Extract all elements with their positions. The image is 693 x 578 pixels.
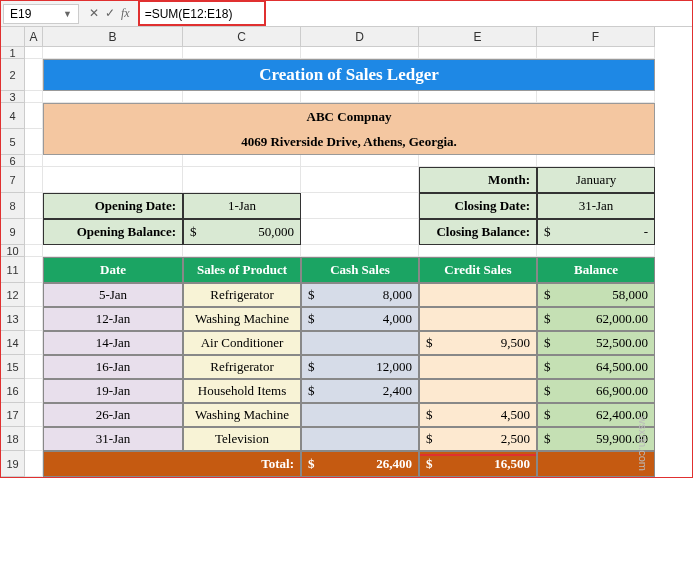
row-header[interactable]: 10 — [1, 245, 25, 257]
th-cash: Cash Sales — [301, 257, 419, 283]
closing-date-label: Closing Date: — [419, 193, 537, 219]
cell-cash[interactable]: $4,000 — [301, 307, 419, 331]
row-header[interactable]: 4 — [1, 103, 25, 129]
row-header[interactable]: 17 — [1, 403, 25, 427]
company-name: ABC Compnay — [43, 103, 655, 129]
col-header-C[interactable]: C — [183, 27, 301, 47]
opening-balance-label: Opening Balance: — [43, 219, 183, 245]
cell-cash[interactable]: $2,400 — [301, 379, 419, 403]
table-row: 12-Jan Washing Machine $4,000 $62,000.00 — [25, 307, 655, 331]
cell-product[interactable]: Air Conditioner — [183, 331, 301, 355]
table-row: 26-Jan Washing Machine $4,500 $62,400.00 — [25, 403, 655, 427]
row-header[interactable]: 5 — [1, 129, 25, 155]
row-header[interactable]: 7 — [1, 167, 25, 193]
closing-balance-value: $- — [537, 219, 655, 245]
formula-input[interactable]: =SUM(E12:E18) — [138, 1, 692, 26]
highlight-formula — [138, 0, 266, 26]
cell-balance[interactable]: $64,500.00 — [537, 355, 655, 379]
chevron-down-icon[interactable]: ▼ — [63, 9, 72, 19]
enter-icon[interactable]: ✓ — [105, 6, 115, 21]
cell-product[interactable]: Washing Machine — [183, 307, 301, 331]
opening-balance-value: $50,000 — [183, 219, 301, 245]
row-header[interactable]: 9 — [1, 219, 25, 245]
month-value: January — [537, 167, 655, 193]
cell-date[interactable]: 26-Jan — [43, 403, 183, 427]
cell-date[interactable]: 12-Jan — [43, 307, 183, 331]
cell-date[interactable]: 5-Jan — [43, 283, 183, 307]
cell-product[interactable]: Washing Machine — [183, 403, 301, 427]
opening-date-label: Opening Date: — [43, 193, 183, 219]
closing-balance-label: Closing Balance: — [419, 219, 537, 245]
formula-bar-icons: ✕ ✓ fx — [81, 6, 138, 21]
row-header[interactable]: 1 — [1, 47, 25, 59]
table-row: 16-Jan Refrigerator $12,000 $64,500.00 — [25, 355, 655, 379]
total-cash: $26,400 — [301, 451, 419, 477]
col-header-F[interactable]: F — [537, 27, 655, 47]
th-balance: Balance — [537, 257, 655, 283]
row-header[interactable]: 15 — [1, 355, 25, 379]
cell-credit[interactable] — [419, 307, 537, 331]
month-label: Month: — [419, 167, 537, 193]
cell-product[interactable]: Household Items — [183, 379, 301, 403]
cell-credit[interactable]: $4,500 — [419, 403, 537, 427]
row-header[interactable]: 6 — [1, 155, 25, 167]
cell-balance[interactable]: $62,000.00 — [537, 307, 655, 331]
fx-icon[interactable]: fx — [121, 6, 130, 21]
watermark: wsxdn.com — [637, 416, 649, 471]
cell-date[interactable]: 19-Jan — [43, 379, 183, 403]
row-header[interactable]: 8 — [1, 193, 25, 219]
page-title: Creation of Sales Ledger — [43, 59, 655, 91]
th-date: Date — [43, 257, 183, 283]
table-row: 19-Jan Household Items $2,400 $66,900.00 — [25, 379, 655, 403]
row-header[interactable]: 2 — [1, 59, 25, 91]
cell-credit[interactable] — [419, 355, 537, 379]
cell-date[interactable]: 14-Jan — [43, 331, 183, 355]
row-header[interactable]: 3 — [1, 91, 25, 103]
cell-cash[interactable]: $8,000 — [301, 283, 419, 307]
spreadsheet-grid[interactable]: Creation of Sales Ledger ABC Compnay 406… — [25, 47, 655, 477]
cell-reference: E19 — [10, 7, 31, 21]
row-header[interactable]: 16 — [1, 379, 25, 403]
col-header-A[interactable]: A — [25, 27, 43, 47]
cell-cash[interactable]: $12,000 — [301, 355, 419, 379]
cancel-icon[interactable]: ✕ — [89, 6, 99, 21]
cell-cash[interactable] — [301, 427, 419, 451]
cell-cash[interactable] — [301, 331, 419, 355]
th-credit: Credit Sales — [419, 257, 537, 283]
th-product: Sales of Product — [183, 257, 301, 283]
formula-bar: E19 ▼ ✕ ✓ fx =SUM(E12:E18) — [1, 1, 692, 27]
name-box[interactable]: E19 ▼ — [3, 4, 79, 24]
company-address: 4069 Riverside Drive, Athens, Georgia. — [43, 129, 655, 155]
opening-date-value: 1-Jan — [183, 193, 301, 219]
row-header[interactable]: 11 — [1, 257, 25, 283]
row-headers: 1 2 3 4 5 6 7 8 9 10 11 12 13 14 15 16 1… — [1, 47, 25, 477]
cell-date[interactable]: 16-Jan — [43, 355, 183, 379]
cell-credit[interactable] — [419, 283, 537, 307]
total-label: Total: — [43, 451, 301, 477]
row-header[interactable]: 18 — [1, 427, 25, 451]
row-header[interactable]: 14 — [1, 331, 25, 355]
cell-credit[interactable] — [419, 379, 537, 403]
cell-product[interactable]: Television — [183, 427, 301, 451]
select-all-corner[interactable] — [1, 27, 25, 47]
row-header[interactable]: 13 — [1, 307, 25, 331]
cell-product[interactable]: Refrigerator — [183, 355, 301, 379]
cell-balance[interactable]: $66,900.00 — [537, 379, 655, 403]
cell-product[interactable]: Refrigerator — [183, 283, 301, 307]
cell-balance[interactable]: $52,500.00 — [537, 331, 655, 355]
col-header-E[interactable]: E — [419, 27, 537, 47]
cell-credit[interactable]: $9,500 — [419, 331, 537, 355]
row-header[interactable]: 19 — [1, 451, 25, 477]
closing-date-value: 31-Jan — [537, 193, 655, 219]
table-row: 14-Jan Air Conditioner $9,500 $52,500.00 — [25, 331, 655, 355]
cell-credit[interactable]: $2,500 — [419, 427, 537, 451]
cell-balance[interactable]: $58,000 — [537, 283, 655, 307]
total-credit: $16,500 — [419, 451, 537, 477]
table-row: 31-Jan Television $2,500 $59,900.00 — [25, 427, 655, 451]
col-header-B[interactable]: B — [43, 27, 183, 47]
row-header[interactable]: 12 — [1, 283, 25, 307]
cell-date[interactable]: 31-Jan — [43, 427, 183, 451]
table-row: 5-Jan Refrigerator $8,000 $58,000 — [25, 283, 655, 307]
cell-cash[interactable] — [301, 403, 419, 427]
col-header-D[interactable]: D — [301, 27, 419, 47]
